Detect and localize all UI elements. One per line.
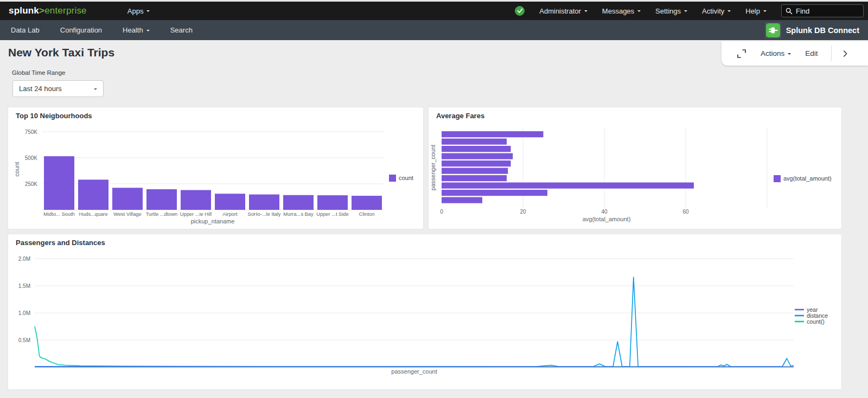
app-identity[interactable]: Splunk DB Connect bbox=[765, 22, 868, 38]
splunk-dashboard-screen: splunk>enterprise Apps AdministratorMess… bbox=[0, 0, 868, 398]
menu-administrator[interactable]: Administrator bbox=[539, 7, 588, 15]
actions-menu[interactable]: Actions bbox=[761, 49, 791, 57]
chart-top-neighbourhoods: 250K500K750KMidto... SouthHuds...quareWe… bbox=[8, 107, 424, 230]
series-distance[interactable] bbox=[35, 277, 794, 367]
y-axis-label: count bbox=[14, 162, 20, 177]
panel-top-neighbourhoods: 250K500K750KMidto... SouthHuds...quareWe… bbox=[8, 107, 424, 229]
menu-help[interactable]: Help bbox=[745, 7, 767, 15]
logo-enterprise-text: enterprise bbox=[44, 5, 87, 16]
splunk-logo[interactable]: splunk>enterprise bbox=[9, 5, 87, 16]
x-category-label: Upper ...ie Hill bbox=[180, 211, 212, 217]
menu-activity[interactable]: Activity bbox=[702, 7, 731, 15]
hbar-6[interactable] bbox=[442, 175, 507, 181]
x-tick-label: 40 bbox=[601, 209, 608, 215]
hbar-2[interactable] bbox=[442, 146, 511, 152]
bar-1[interactable] bbox=[78, 179, 108, 210]
y-tick-label: 500K bbox=[25, 155, 38, 161]
menu-settings[interactable]: Settings bbox=[655, 7, 687, 15]
panel-title: Top 10 Neigbourhoods bbox=[16, 112, 92, 120]
x-category-label: Turtle ...dtown bbox=[146, 211, 178, 217]
chevron-right-icon[interactable] bbox=[841, 49, 850, 58]
search-icon bbox=[786, 8, 793, 15]
bar-8[interactable] bbox=[317, 195, 348, 210]
health-status-icon[interactable] bbox=[515, 6, 525, 16]
chevron-down-icon bbox=[146, 10, 150, 14]
app-nav-bar: Data LabConfigurationHealthSearch Splunk… bbox=[0, 20, 868, 40]
plug-icon bbox=[768, 25, 778, 35]
series-count[interactable] bbox=[35, 326, 794, 367]
chevron-down-icon bbox=[584, 10, 588, 14]
hbar-9[interactable] bbox=[442, 197, 482, 203]
bar-2[interactable] bbox=[112, 188, 143, 210]
x-tick-label: 60 bbox=[682, 209, 689, 215]
x-category-label: Huds...quare bbox=[79, 211, 107, 217]
legend-label: avg(total_amount) bbox=[783, 175, 832, 182]
db-connect-plug-icon bbox=[766, 23, 780, 37]
panel-title: Average Fares bbox=[436, 112, 484, 120]
nav-item-data-lab[interactable]: Data Lab bbox=[11, 26, 40, 34]
legend-swatch bbox=[389, 175, 396, 182]
hbar-0[interactable] bbox=[442, 131, 544, 137]
find-search-box[interactable] bbox=[781, 4, 864, 17]
app-nav-items: Data LabConfigurationHealthSearch bbox=[11, 26, 193, 34]
hbar-1[interactable] bbox=[442, 139, 507, 145]
menu-messages[interactable]: Messages bbox=[602, 7, 641, 15]
hbar-5[interactable] bbox=[442, 168, 508, 174]
top-bar: splunk>enterprise Apps AdministratorMess… bbox=[0, 2, 868, 20]
apps-menu[interactable]: Apps bbox=[127, 7, 150, 15]
x-category-label: Murra...s Bay bbox=[283, 211, 314, 217]
bar-5[interactable] bbox=[215, 194, 245, 210]
bar-3[interactable] bbox=[146, 189, 177, 210]
x-category-label: SoHo-...le Italy bbox=[248, 211, 281, 217]
x-category-label: Upper ...t Side bbox=[316, 211, 348, 217]
x-tick-label: 0 bbox=[440, 209, 443, 215]
panel-title: Passengers and Distances bbox=[16, 239, 105, 247]
bar-9[interactable] bbox=[352, 196, 382, 210]
y-tick-label: 1.5M bbox=[18, 283, 30, 289]
expand-icon[interactable] bbox=[737, 49, 746, 59]
bar-6[interactable] bbox=[249, 195, 279, 210]
time-range-value: Last 24 hours bbox=[19, 85, 62, 93]
chart-average-fares: 0204060passenger_countavg(total_amount)a… bbox=[429, 107, 843, 230]
time-range-label: Global Time Range bbox=[12, 69, 65, 76]
nav-item-health[interactable]: Health bbox=[123, 26, 150, 34]
y-tick-label: 1.0M bbox=[18, 310, 30, 316]
legend-label: count bbox=[399, 175, 413, 181]
panel-average-fares: 0204060passenger_countavg(total_amount)a… bbox=[428, 107, 842, 229]
x-category-label: West Village bbox=[113, 211, 141, 217]
bar-7[interactable] bbox=[283, 195, 314, 210]
hbar-7[interactable] bbox=[442, 183, 694, 189]
y-tick-label: 250K bbox=[25, 181, 38, 187]
chevron-down-icon bbox=[788, 53, 791, 56]
chart-passengers-distances: 0.5M1.0M1.5M2.0Mpassenger_countyeardista… bbox=[8, 234, 843, 390]
x-tick-label: 20 bbox=[520, 209, 526, 215]
nav-item-configuration[interactable]: Configuration bbox=[60, 26, 102, 34]
bar-0[interactable] bbox=[44, 156, 74, 210]
y-axis-label: passenger_count bbox=[430, 145, 436, 190]
find-input[interactable] bbox=[796, 7, 856, 15]
bar-4[interactable] bbox=[181, 190, 211, 210]
edit-button[interactable]: Edit bbox=[805, 49, 818, 57]
chevron-down-icon bbox=[637, 10, 641, 14]
x-category-label: Clinton bbox=[359, 211, 375, 217]
nav-item-search[interactable]: Search bbox=[170, 26, 193, 34]
hbar-3[interactable] bbox=[442, 153, 513, 159]
chevron-down-icon bbox=[684, 10, 687, 14]
logo-splunk-text: splunk bbox=[9, 5, 39, 16]
topbar-right-cluster: AdministratorMessagesSettingsActivityHel… bbox=[515, 4, 868, 17]
toolbar-divider bbox=[831, 46, 832, 61]
apps-menu-label: Apps bbox=[127, 7, 144, 15]
time-range-dropdown[interactable]: Last 24 hours bbox=[12, 80, 104, 97]
panel-passengers-distances: 0.5M1.0M1.5M2.0Mpassenger_countyeardista… bbox=[8, 234, 842, 390]
x-category-label: Airport bbox=[222, 211, 238, 217]
chevron-down-icon bbox=[94, 88, 97, 92]
check-icon bbox=[517, 8, 523, 14]
logo-gt-text: > bbox=[39, 5, 44, 16]
y-tick-label: 750K bbox=[25, 129, 38, 135]
y-tick-label: 0.5M bbox=[18, 337, 30, 343]
x-axis-label: avg(total_amount) bbox=[583, 216, 631, 222]
actions-toolbar: Actions Edit bbox=[722, 41, 868, 66]
hbar-8[interactable] bbox=[442, 190, 547, 196]
x-category-label: Midto... South bbox=[43, 211, 74, 217]
hbar-4[interactable] bbox=[442, 161, 511, 166]
